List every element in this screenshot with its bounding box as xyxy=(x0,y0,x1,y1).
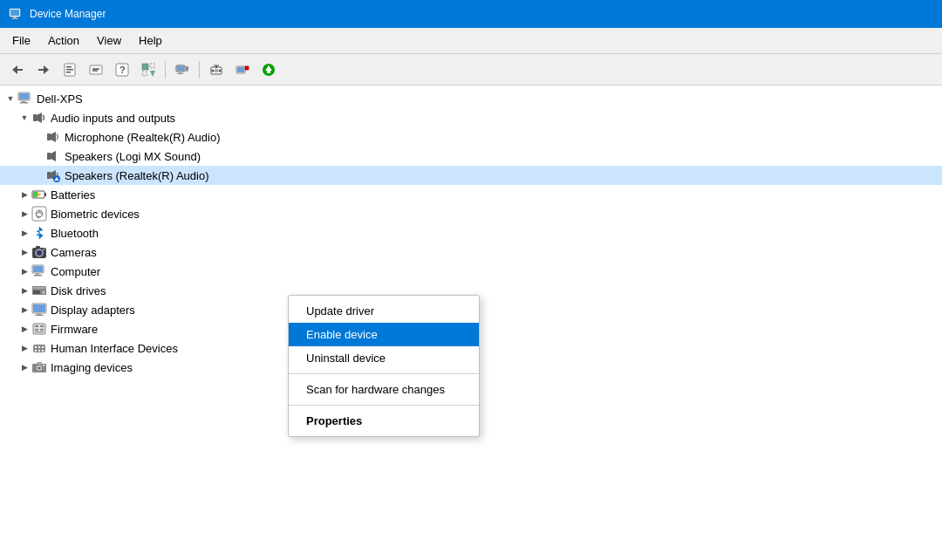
svg-rect-6 xyxy=(66,69,73,71)
svg-rect-82 xyxy=(43,365,44,366)
toolbar-sep-2 xyxy=(199,61,200,79)
menu-action[interactable]: Action xyxy=(39,31,88,51)
svg-rect-77 xyxy=(42,350,44,352)
menu-view[interactable]: View xyxy=(88,31,130,51)
svg-point-24 xyxy=(212,69,215,72)
menu-bar: File Action View Help xyxy=(0,28,942,54)
expand-computer[interactable]: ▶ xyxy=(17,264,31,278)
svg-marker-16 xyxy=(150,71,155,77)
svg-rect-38 xyxy=(47,133,51,140)
add-device-button[interactable] xyxy=(204,58,229,82)
tree-label-biometric: Biometric devices xyxy=(51,208,140,221)
tree-label-computer: Computer xyxy=(51,265,100,278)
svg-rect-37 xyxy=(33,114,37,121)
forward-button[interactable] xyxy=(31,58,56,82)
svg-rect-18 xyxy=(177,66,184,71)
expand-cameras[interactable]: ▶ xyxy=(17,245,31,259)
menu-help[interactable]: Help xyxy=(130,31,171,51)
expand-imaging[interactable]: ▶ xyxy=(17,360,31,374)
display-icon xyxy=(31,302,47,318)
computer-node-icon xyxy=(31,263,47,279)
expand-dell-xps[interactable]: ▼ xyxy=(3,92,17,106)
svg-rect-40 xyxy=(47,172,51,179)
svg-rect-2 xyxy=(13,17,17,18)
context-menu-enable-device[interactable]: Enable device xyxy=(289,323,479,346)
svg-rect-13 xyxy=(142,64,148,70)
svg-point-59 xyxy=(43,291,45,294)
tree-item-audio[interactable]: ▼ Audio inputs and outputs xyxy=(0,108,942,127)
svg-rect-5 xyxy=(66,66,72,68)
scan-hardware-button[interactable] xyxy=(170,58,195,82)
svg-rect-3 xyxy=(11,18,18,19)
imaging-icon xyxy=(31,359,47,375)
back-button[interactable] xyxy=(5,58,30,82)
title-bar: Device Manager xyxy=(0,0,942,28)
svg-rect-44 xyxy=(44,193,46,196)
svg-rect-32 xyxy=(267,71,270,73)
svg-rect-74 xyxy=(42,346,44,348)
show-hidden-button[interactable] xyxy=(136,58,160,82)
tree-label-microphone: Microphone (Realtek(R) Audio) xyxy=(65,131,220,144)
speaker-realtek-icon xyxy=(45,167,61,183)
context-menu-scan-changes[interactable]: Scan for hardware changes xyxy=(289,378,479,401)
batteries-icon xyxy=(31,187,47,202)
svg-rect-55 xyxy=(36,273,39,275)
toolbar-sep-1 xyxy=(165,61,166,79)
camera-icon xyxy=(31,244,47,260)
update-button[interactable] xyxy=(256,58,281,82)
svg-rect-19 xyxy=(179,72,181,73)
expand-batteries[interactable]: ▶ xyxy=(17,188,31,201)
app-title: Device Manager xyxy=(30,8,106,20)
expand-audio[interactable]: ▼ xyxy=(17,111,31,125)
expand-hid[interactable]: ▶ xyxy=(17,341,31,355)
hid-icon xyxy=(31,340,47,356)
biometric-icon xyxy=(31,206,47,222)
svg-rect-21 xyxy=(186,66,188,71)
tree-item-dell-xps[interactable]: ▼ Dell-XPS xyxy=(0,89,942,108)
app-icon xyxy=(9,7,23,21)
expand-biometric[interactable]: ▶ xyxy=(17,207,31,221)
tree-item-speakers-logi[interactable]: ▶ Speakers (Logi MX Sound) xyxy=(0,147,942,166)
tree-item-biometric[interactable]: ▶ Biometric devices xyxy=(0,204,942,223)
svg-rect-68 xyxy=(35,329,38,331)
update-driver-button[interactable] xyxy=(84,58,108,82)
speaker-logi-icon xyxy=(45,148,61,164)
svg-rect-73 xyxy=(38,346,40,348)
svg-rect-58 xyxy=(33,287,45,289)
svg-rect-45 xyxy=(33,192,38,197)
help-button[interactable]: ? xyxy=(110,58,134,82)
svg-rect-52 xyxy=(43,249,45,250)
svg-rect-69 xyxy=(40,329,44,331)
svg-rect-62 xyxy=(33,304,45,312)
svg-rect-72 xyxy=(35,346,37,348)
context-menu-update-driver[interactable]: Update driver xyxy=(289,299,479,323)
context-menu-uninstall-device[interactable]: Uninstall device xyxy=(289,346,479,370)
svg-rect-64 xyxy=(35,315,44,316)
svg-rect-75 xyxy=(35,350,37,352)
expand-disk-drives[interactable]: ▶ xyxy=(17,283,31,297)
context-menu-properties[interactable]: Properties xyxy=(289,409,479,433)
uninstall-button[interactable] xyxy=(230,58,255,82)
microphone-icon xyxy=(45,129,61,145)
menu-file[interactable]: File xyxy=(3,31,39,51)
svg-rect-47 xyxy=(32,207,46,221)
tree-item-microphone[interactable]: ▶ Microphone (Realtek(R) Audio) xyxy=(0,127,942,147)
tree-item-speakers-realtek[interactable]: ▶ Speakers (Realtek(R) Audio) xyxy=(0,166,942,185)
tree-item-cameras[interactable]: ▶ Cameras xyxy=(0,242,942,262)
expand-display-adapters[interactable]: ▶ xyxy=(17,303,31,317)
properties-button[interactable] xyxy=(58,58,82,82)
bluetooth-icon xyxy=(31,225,47,241)
svg-rect-54 xyxy=(33,266,43,272)
toolbar: ? xyxy=(0,54,942,85)
svg-rect-20 xyxy=(177,73,183,74)
tree-label-display-adapters: Display adapters xyxy=(51,304,135,317)
svg-rect-8 xyxy=(90,65,102,74)
svg-point-25 xyxy=(219,69,222,72)
tree-item-bluetooth[interactable]: ▶ Bluetooth xyxy=(0,223,942,242)
tree-label-batteries: Batteries xyxy=(51,188,95,201)
expand-firmware[interactable]: ▶ xyxy=(17,322,31,336)
svg-rect-51 xyxy=(36,246,40,249)
tree-item-computer[interactable]: ▶ Computer xyxy=(0,262,942,281)
tree-item-batteries[interactable]: ▶ Batteries xyxy=(0,185,942,204)
expand-bluetooth[interactable]: ▶ xyxy=(17,226,31,240)
